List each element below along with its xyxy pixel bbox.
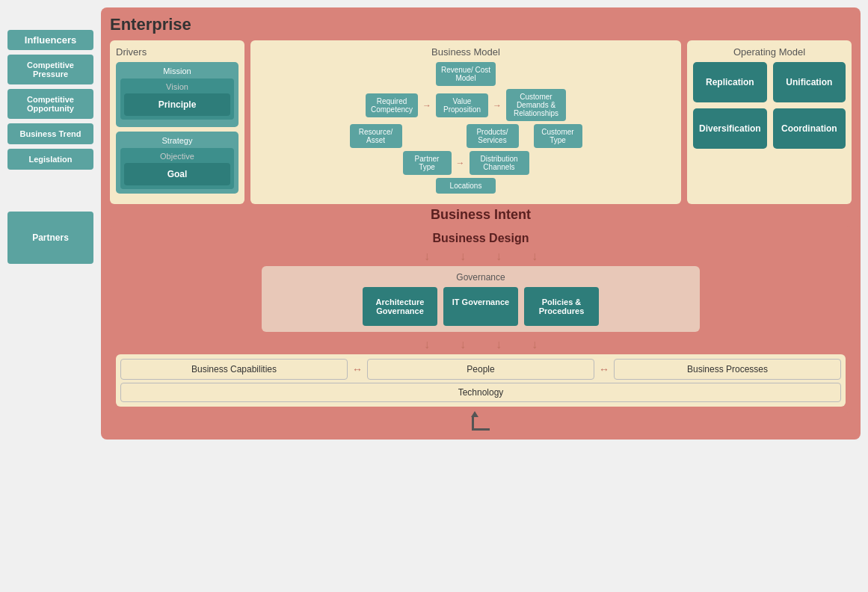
bm-revenue-cost[interactable]: Revenue/ Cost Model	[436, 62, 496, 86]
arrow-down-6: ↓	[460, 338, 466, 351]
partners-box[interactable]: Partners	[7, 212, 93, 264]
bm-products-services[interactable]: Products/ Services	[467, 124, 519, 148]
gov-architecture[interactable]: Architecture Governance	[363, 287, 437, 326]
bm-row-2: Required Competency → Value Proposition …	[366, 89, 566, 121]
business-intent-label: Business Intent	[110, 207, 852, 223]
cap-business-capabilities: Business Capabilities	[120, 359, 348, 380]
governance-area: Governance Architecture Governance IT Go…	[262, 266, 700, 332]
bm-required-competency[interactable]: Required Competency	[366, 93, 418, 117]
sidebar-item-business-trend[interactable]: Business Trend	[7, 123, 93, 144]
om-diversification[interactable]: Diversification	[693, 108, 767, 149]
strategy-label: Strategy	[120, 136, 234, 145]
bm-locations[interactable]: Locations	[436, 178, 496, 194]
arrow-down-3: ↓	[496, 250, 502, 263]
sidebar-item-legislation[interactable]: Legislation	[7, 149, 93, 170]
drivers-label: Drivers	[116, 46, 238, 58]
gov-policies[interactable]: Policies & Procedures	[524, 287, 599, 326]
om-unification[interactable]: Unification	[773, 62, 846, 102]
mission-label: Mission	[120, 67, 234, 75]
feedback-arrow	[472, 416, 490, 431]
drivers-box: Drivers Mission Vision Principle Strateg…	[110, 40, 244, 204]
arrow-down-1: ↓	[424, 250, 430, 263]
enterprise-title: Enterprise	[110, 15, 852, 34]
bm-customer-type[interactable]: Customer Type	[534, 124, 582, 148]
capabilities-row: Business Capabilities ↔ People ↔ Busines…	[116, 354, 846, 407]
sidebar-item-competitive-opportunity[interactable]: Competitive Opportunity	[7, 89, 93, 119]
connector-arrows: ↓ ↓ ↓ ↓	[116, 250, 846, 263]
bm-row-4: Partner Type → Distribution Channels	[403, 151, 529, 175]
operating-model-grid: Replication Unification Diversification …	[693, 62, 846, 149]
arrow-down-2: ↓	[460, 250, 466, 263]
arrow-down-8: ↓	[532, 338, 538, 351]
operating-model-label: Operating Model	[693, 46, 846, 58]
bm-distribution-channels[interactable]: Distribution Channels	[470, 151, 529, 175]
bm-partner-type[interactable]: Partner Type	[403, 151, 452, 175]
top-section: Drivers Mission Vision Principle Strateg…	[110, 40, 852, 204]
business-model-box: Business Model Revenue/ Cost Model Requi…	[250, 40, 681, 204]
connector-arrows-2: ↓ ↓ ↓ ↓	[116, 338, 846, 351]
operating-model-box: Operating Model Replication Unification …	[687, 40, 852, 204]
sidebar: Influencers Competitive Pressure Competi…	[7, 30, 93, 264]
principle-box[interactable]: Principle	[124, 93, 230, 116]
governance-title: Governance	[268, 272, 694, 283]
bottom-arrow-area	[110, 416, 852, 431]
om-replication[interactable]: Replication	[693, 62, 767, 102]
bm-customer-demands[interactable]: Customer Demands & Relationships	[506, 89, 566, 121]
business-design-title: Business Design	[116, 232, 846, 245]
drivers-strategy-block: Strategy Objective Goal	[116, 132, 238, 194]
sidebar-item-competitive-pressure[interactable]: Competitive Pressure	[7, 55, 93, 84]
cap-business-processes: Business Processes	[614, 359, 841, 380]
vision-label: Vision	[124, 82, 230, 91]
arrow-down-7: ↓	[496, 338, 502, 351]
bm-value-prop[interactable]: Value Proposition	[436, 93, 488, 117]
arrow-down-4: ↓	[532, 250, 538, 263]
gov-it[interactable]: IT Governance	[443, 287, 518, 326]
enterprise-container: Enterprise Drivers Mission Vision Princi…	[101, 7, 861, 440]
cap-people: People	[367, 359, 594, 380]
governance-nodes: Architecture Governance IT Governance Po…	[268, 287, 694, 326]
cap-top-row: Business Capabilities ↔ People ↔ Busines…	[120, 359, 841, 380]
business-model-label: Business Model	[256, 46, 675, 58]
bm-resource-asset[interactable]: Resource/ Asset	[350, 124, 402, 148]
goal-box[interactable]: Goal	[124, 163, 230, 185]
cap-arrow-left-1: ↔	[352, 363, 363, 375]
business-design-section: Business Design ↓ ↓ ↓ ↓ Governance Archi…	[110, 226, 852, 413]
om-coordination[interactable]: Coordination	[773, 108, 846, 149]
drivers-mission-block: Mission Vision Principle	[116, 62, 238, 127]
objective-label: Objective	[124, 152, 230, 161]
cap-technology: Technology	[120, 383, 841, 402]
cap-arrow-left-2: ↔	[599, 363, 609, 375]
arrow-down-5: ↓	[424, 338, 430, 351]
influencers-title: Influencers	[7, 30, 93, 50]
bm-row-3: Resource/ Asset Products/ Services Custo…	[350, 124, 582, 148]
